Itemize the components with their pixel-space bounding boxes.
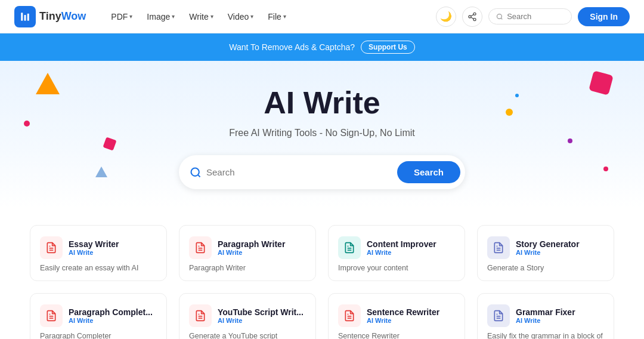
hero-search-button[interactable]: Search <box>397 161 460 183</box>
card-icon <box>338 236 361 259</box>
svg-line-6 <box>471 17 474 19</box>
card-title: Paragraph Writer <box>218 239 285 249</box>
promo-banner: Want To Remove Ads & Captcha? Support Us <box>0 33 644 61</box>
card-header: Sentence Rewriter AI Write <box>338 304 455 327</box>
card-tag: AI Write <box>516 249 580 256</box>
support-us-button[interactable]: Support Us <box>361 41 415 54</box>
chevron-down-icon: ▾ <box>129 13 132 20</box>
svg-point-8 <box>497 14 502 19</box>
card-tag: AI Write <box>218 317 304 324</box>
card-title: Sentence Rewriter <box>367 307 439 317</box>
card-header: Paragraph Writer AI Write <box>189 236 306 259</box>
card-essay-writer[interactable]: Essay Writer AI Write Easily create an e… <box>30 225 167 281</box>
card-title: Grammar Fixer <box>516 307 575 317</box>
card-story-generator[interactable]: Story Generator AI Write Generate a Stor… <box>477 225 614 281</box>
nav-item-file[interactable]: File ▾ <box>262 8 292 25</box>
card-title: Story Generator <box>516 239 580 249</box>
card-description: Generate a Story <box>487 264 604 272</box>
card-grammar-fixer[interactable]: Grammar Fixer AI Write Easily fix the gr… <box>477 293 614 339</box>
card-header: Grammar Fixer AI Write <box>487 304 604 327</box>
svg-line-11 <box>198 174 200 177</box>
hero-search-container: Search <box>179 155 465 189</box>
card-tag: AI Write <box>69 317 153 324</box>
card-tag: AI Write <box>516 317 575 324</box>
decorative-dot-purple <box>568 138 572 143</box>
card-content-improver[interactable]: Content Improver AI Write Improve your c… <box>328 225 465 281</box>
card-icon <box>338 304 361 327</box>
card-header: Content Improver AI Write <box>338 236 455 259</box>
svg-line-9 <box>501 18 503 19</box>
card-sentence-rewriter[interactable]: Sentence Rewriter AI Write Sentence Rewr… <box>328 293 465 339</box>
card-description: Improve your content <box>338 264 455 272</box>
card-description: Easily fix the grammar in a block of tex… <box>487 332 604 339</box>
signin-button[interactable]: Sign In <box>578 7 630 26</box>
card-title: Content Improver <box>367 239 436 249</box>
card-icon <box>189 304 212 327</box>
svg-point-5 <box>473 18 476 20</box>
card-header: Paragraph Complet... AI Write <box>40 304 157 327</box>
hero-section: AI Write Free AI Writing Tools - No Sign… <box>0 61 644 207</box>
chevron-down-icon: ▾ <box>283 13 286 20</box>
decorative-rect-pink <box>103 137 116 150</box>
card-header: Story Generator AI Write <box>487 236 604 259</box>
decorative-dot-yellow <box>506 109 513 116</box>
nav-menu: PDF ▾ Image ▾ Write ▾ Video ▾ File ▾ <box>105 8 436 25</box>
card-description: Paragraph Completer <box>40 332 157 339</box>
search-icon <box>496 13 503 21</box>
svg-point-10 <box>191 168 199 175</box>
decorative-shape-orange <box>36 73 60 94</box>
nav-item-pdf[interactable]: PDF ▾ <box>105 8 138 25</box>
logo-text: TinyWow <box>39 10 86 23</box>
nav-item-write[interactable]: Write ▾ <box>183 8 219 25</box>
card-description: Generate a YouTube script <box>189 332 306 339</box>
card-icon <box>40 236 63 259</box>
card-header: Essay Writer AI Write <box>40 236 157 259</box>
nav-search-box[interactable] <box>488 8 572 24</box>
card-header: YouTube Script Writ... AI Write <box>189 304 306 327</box>
card-icon <box>487 236 510 259</box>
card-description: Easily create an essay with AI <box>40 264 157 272</box>
page-title: AI Write <box>12 85 632 121</box>
dark-mode-button[interactable]: 🌙 <box>436 7 456 27</box>
card-paragraph-completer[interactable]: Paragraph Complet... AI Write Paragraph … <box>30 293 167 339</box>
navbar: TinyWow PDF ▾ Image ▾ Write ▾ Video ▾ Fi… <box>0 0 644 33</box>
search-icon <box>190 167 202 178</box>
card-tag: AI Write <box>367 249 436 256</box>
card-description: Sentence Rewriter <box>338 332 455 339</box>
nav-search-input[interactable] <box>507 12 564 21</box>
cards-grid: Essay Writer AI Write Easily create an e… <box>30 225 614 339</box>
decorative-dot-blue <box>515 94 519 97</box>
hero-search-input[interactable] <box>206 167 392 177</box>
logo-icon <box>14 6 36 27</box>
svg-line-7 <box>471 14 474 16</box>
chevron-down-icon: ▾ <box>210 13 213 20</box>
svg-rect-0 <box>21 13 23 21</box>
hero-subtitle: Free AI Writing Tools - No Sign-Up, No L… <box>12 128 632 138</box>
card-description: Paragraph Writer <box>189 264 306 272</box>
nav-right: 🌙 Sign In <box>436 7 630 27</box>
decorative-triangle-blue <box>95 167 107 177</box>
logo[interactable]: TinyWow <box>14 6 86 27</box>
decorative-dot-pink <box>24 121 30 127</box>
decorative-dot-pink2 <box>603 167 608 171</box>
card-paragraph-writer[interactable]: Paragraph Writer AI Write Paragraph Writ… <box>179 225 316 281</box>
card-icon <box>487 304 510 327</box>
card-title: YouTube Script Writ... <box>218 307 304 317</box>
nav-item-video[interactable]: Video ▾ <box>222 8 260 25</box>
tools-section: Essay Writer AI Write Easily create an e… <box>0 207 644 339</box>
chevron-down-icon: ▾ <box>172 13 175 20</box>
card-title: Paragraph Complet... <box>69 307 153 317</box>
svg-point-4 <box>469 16 471 18</box>
card-icon <box>40 304 63 327</box>
chevron-down-icon: ▾ <box>250 13 253 20</box>
card-title: Essay Writer <box>69 239 119 249</box>
card-tag: AI Write <box>367 317 439 324</box>
svg-rect-1 <box>24 15 26 21</box>
card-tag: AI Write <box>218 249 285 256</box>
share-button[interactable] <box>462 7 482 27</box>
card-youtube-script[interactable]: YouTube Script Writ... AI Write Generate… <box>179 293 316 339</box>
nav-item-image[interactable]: Image ▾ <box>141 8 181 25</box>
svg-rect-2 <box>27 13 29 20</box>
card-tag: AI Write <box>69 249 119 256</box>
svg-point-3 <box>473 13 476 15</box>
